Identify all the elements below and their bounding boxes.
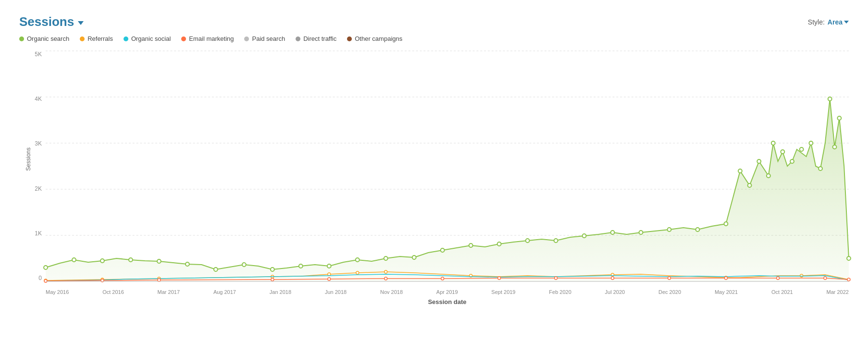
svg-point-19: [412, 256, 416, 259]
svg-point-64: [555, 277, 558, 280]
svg-point-12: [214, 268, 218, 271]
legend-label-paid-search: Paid search: [252, 35, 285, 42]
svg-point-26: [611, 231, 615, 234]
svg-point-58: [158, 279, 161, 281]
y-label: 4K: [35, 96, 42, 102]
y-axis-title: Sessions: [25, 147, 32, 171]
svg-point-29: [696, 228, 700, 231]
style-dropdown[interactable]: Area: [828, 18, 849, 26]
svg-point-37: [790, 159, 794, 163]
svg-point-23: [526, 239, 530, 243]
title-text: Sessions: [19, 14, 74, 29]
y-label: 3K: [35, 140, 42, 147]
legend-label-direct-traffic: Direct traffic: [303, 35, 336, 42]
svg-point-40: [818, 167, 822, 170]
svg-point-42: [833, 145, 837, 149]
style-value-text: Area: [828, 18, 843, 26]
x-label: Apr 2019: [436, 289, 458, 295]
legend-dot-organic-search: [19, 37, 24, 41]
organic-search-area: [46, 99, 849, 281]
svg-point-25: [583, 234, 586, 238]
svg-point-68: [777, 277, 780, 280]
legend-item-paid-search[interactable]: Paid search: [244, 35, 285, 42]
legend-item-organic-search[interactable]: Organic search: [19, 35, 69, 42]
chart-plot-area: [46, 51, 849, 281]
y-label: 1K: [35, 230, 42, 237]
svg-point-63: [498, 277, 501, 280]
svg-point-24: [554, 239, 558, 243]
x-label: Sept 2019: [491, 289, 515, 295]
svg-point-15: [299, 264, 303, 268]
svg-point-22: [497, 242, 501, 246]
x-label: Oct 2016: [102, 289, 124, 295]
x-axis-labels: May 2016Oct 2016Mar 2017Aug 2017Jan 2018…: [46, 289, 849, 295]
legend-dot-direct-traffic: [296, 37, 300, 41]
svg-point-38: [800, 147, 804, 151]
chart-title[interactable]: Sessions: [19, 14, 84, 29]
legend-label-email-marketing: Email marketing: [189, 35, 234, 42]
x-label: May 2021: [715, 289, 738, 295]
svg-point-55: [800, 274, 803, 277]
legend-dot-email-marketing: [181, 37, 186, 41]
x-label: Mar 2022: [826, 289, 848, 295]
style-label: Style:: [808, 18, 825, 26]
svg-point-51: [384, 270, 387, 273]
svg-point-61: [384, 277, 387, 280]
svg-point-9: [129, 258, 133, 262]
svg-point-16: [327, 264, 331, 268]
legend-item-organic-social[interactable]: Organic social: [124, 35, 171, 42]
svg-point-67: [724, 277, 727, 280]
svg-point-69: [824, 277, 827, 280]
legend-label-referrals: Referrals: [87, 35, 113, 42]
legend-item-email-marketing[interactable]: Email marketing: [181, 35, 234, 42]
x-label: Mar 2017: [158, 289, 180, 295]
svg-point-17: [356, 258, 360, 262]
title-chevron-icon[interactable]: [78, 21, 84, 25]
svg-point-36: [781, 150, 784, 154]
svg-point-7: [72, 258, 76, 262]
x-label: Jun 2018: [325, 289, 347, 295]
svg-point-70: [847, 278, 850, 281]
legend-label-organic-search: Organic search: [27, 35, 69, 42]
chart-legend: Organic search Referrals Organic social …: [19, 35, 849, 42]
svg-point-28: [668, 228, 671, 231]
svg-point-39: [809, 141, 813, 145]
svg-point-62: [441, 277, 444, 280]
svg-point-60: [328, 278, 331, 280]
x-label: Feb 2020: [549, 289, 571, 295]
svg-point-8: [100, 259, 104, 263]
svg-point-50: [356, 271, 359, 274]
svg-point-34: [767, 174, 770, 178]
x-label: Jan 2018: [270, 289, 291, 295]
svg-point-18: [384, 256, 388, 260]
legend-item-other-campaigns[interactable]: Other campaigns: [347, 35, 402, 42]
svg-point-31: [738, 169, 742, 173]
style-chevron-icon: [844, 21, 849, 24]
legend-dot-organic-social: [124, 37, 128, 41]
legend-item-direct-traffic[interactable]: Direct traffic: [296, 35, 336, 42]
svg-point-59: [271, 278, 274, 281]
svg-point-10: [157, 259, 161, 263]
x-label: Aug 2017: [213, 289, 236, 295]
svg-point-56: [44, 280, 47, 282]
svg-point-35: [771, 141, 775, 145]
svg-point-14: [271, 268, 274, 271]
style-selector: Style: Area: [808, 18, 849, 26]
svg-point-32: [748, 183, 752, 187]
svg-point-27: [639, 231, 643, 234]
y-axis-labels: 5K4K3K2K1K0: [19, 51, 46, 281]
svg-point-43: [837, 116, 841, 120]
x-label: Dec 2020: [658, 289, 681, 295]
svg-point-33: [757, 159, 761, 163]
x-label: Jul 2020: [605, 289, 625, 295]
legend-dot-other-campaigns: [347, 37, 352, 41]
svg-point-65: [611, 277, 614, 280]
svg-point-30: [724, 222, 728, 226]
svg-point-6: [44, 266, 48, 269]
main-chart-svg: [46, 51, 849, 281]
legend-item-referrals[interactable]: Referrals: [80, 35, 113, 42]
x-label: May 2016: [46, 289, 69, 295]
x-axis-title: Session date: [46, 298, 849, 305]
y-label: 5K: [35, 51, 42, 58]
svg-point-21: [469, 244, 473, 247]
